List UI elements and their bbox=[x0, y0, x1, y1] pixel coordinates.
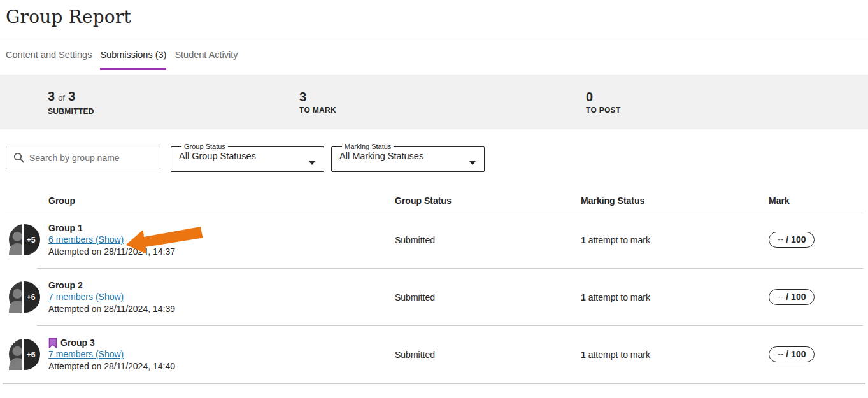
marking-status-cell: 1 attempt to mark bbox=[581, 235, 769, 245]
group-info-cell: Group 2 7 members (Show) Attempted on 28… bbox=[48, 280, 395, 315]
avatar-extra-count: +6 bbox=[27, 293, 36, 302]
group-status-cell: Submitted bbox=[395, 350, 581, 360]
group-avatar: +6 bbox=[5, 339, 48, 370]
filter-bar: Group Status All Group Statuses Marking … bbox=[0, 143, 868, 172]
marking-status-dropdown-label: Marking Status bbox=[342, 143, 394, 150]
search-box[interactable] bbox=[6, 146, 160, 169]
search-icon bbox=[13, 152, 24, 163]
mark-cell: --/ 100 bbox=[769, 232, 863, 248]
marking-status-dropdown[interactable]: Marking Status All Marking Statuses bbox=[331, 143, 485, 172]
marking-status-cell: 1 attempt to mark bbox=[581, 350, 769, 360]
stat-to-mark-value: 3 bbox=[299, 89, 586, 104]
table-bottom-divider bbox=[3, 383, 865, 384]
group-info-cell: Group 1 6 members (Show) Attempted on 28… bbox=[48, 222, 395, 258]
members-show-link[interactable]: 6 members (Show) bbox=[48, 234, 124, 246]
avatar-extra-count: +6 bbox=[27, 350, 36, 359]
mark-cell: --/ 100 bbox=[769, 346, 863, 362]
group-status-dropdown-label: Group Status bbox=[181, 143, 228, 150]
mark-pill[interactable]: --/ 100 bbox=[769, 346, 815, 362]
marking-status-cell: 1 attempt to mark bbox=[581, 292, 769, 302]
attempted-timestamp: Attempted on 28/11/2024, 14:37 bbox=[48, 246, 395, 258]
group-status-cell: Submitted bbox=[395, 292, 581, 302]
column-header-mark: Mark bbox=[769, 195, 863, 206]
stat-to-post: 0 TO POST bbox=[586, 89, 621, 115]
bookmark-icon bbox=[48, 338, 57, 348]
chevron-down-icon bbox=[469, 161, 476, 165]
group-status-dropdown-value: All Group Statuses bbox=[179, 151, 316, 161]
group-avatar-icon: +6 bbox=[9, 281, 40, 313]
group-name: Group 3 bbox=[48, 337, 395, 349]
attempted-timestamp: Attempted on 28/11/2024, 14:39 bbox=[48, 303, 395, 315]
tab-submissions[interactable]: Submissions (3) bbox=[100, 39, 166, 70]
marking-status-dropdown-value: All Marking Statuses bbox=[339, 151, 476, 161]
attempted-timestamp: Attempted on 28/11/2024, 14:40 bbox=[48, 360, 395, 373]
stat-to-mark: 3 TO MARK bbox=[299, 89, 586, 115]
search-input[interactable] bbox=[29, 153, 160, 163]
group-name: Group 1 bbox=[48, 222, 395, 234]
mark-pill[interactable]: --/ 100 bbox=[769, 289, 815, 305]
page-title: Group Report bbox=[0, 0, 868, 28]
stat-submitted-label: SUBMITTED bbox=[48, 107, 299, 116]
table-row: +6 Group 3 7 members (Show) Attempted on… bbox=[5, 326, 863, 383]
members-show-link[interactable]: 7 members (Show) bbox=[48, 348, 124, 360]
stat-to-mark-label: TO MARK bbox=[299, 106, 586, 115]
mark-cell: --/ 100 bbox=[769, 289, 863, 305]
group-info-cell: Group 3 7 members (Show) Attempted on 28… bbox=[48, 337, 395, 373]
column-header-marking-status: Marking Status bbox=[581, 195, 769, 206]
group-avatar-icon: +5 bbox=[9, 224, 40, 255]
table-header-row: Group Group Status Marking Status Mark bbox=[5, 190, 863, 211]
table-row: +5 Group 1 6 members (Show) Attempted on… bbox=[5, 211, 863, 268]
group-status-dropdown[interactable]: Group Status All Group Statuses bbox=[171, 143, 324, 172]
stat-to-post-value: 0 bbox=[586, 89, 621, 104]
mark-pill[interactable]: --/ 100 bbox=[769, 232, 815, 248]
stat-submitted: 3of3 SUBMITTED bbox=[48, 89, 299, 116]
tab-student-activity[interactable]: Student Activity bbox=[174, 39, 238, 70]
column-header-group: Group bbox=[48, 195, 395, 206]
column-header-group-status: Group Status bbox=[395, 195, 581, 206]
submission-stats-bar: 3of3 SUBMITTED 3 TO MARK 0 TO POST bbox=[0, 75, 868, 129]
chevron-down-icon bbox=[309, 161, 315, 165]
avatar-extra-count: +5 bbox=[27, 236, 36, 245]
group-avatar: +6 bbox=[5, 281, 48, 313]
submissions-table: Group Group Status Marking Status Mark bbox=[0, 190, 868, 384]
group-name: Group 2 bbox=[48, 280, 395, 292]
group-avatar-icon: +6 bbox=[9, 339, 40, 370]
stat-to-post-label: TO POST bbox=[586, 106, 621, 115]
tab-bar: Content and Settings Submissions (3) Stu… bbox=[0, 39, 868, 70]
group-avatar: +5 bbox=[5, 224, 48, 255]
group-report-page: Group Report Content and Settings Submis… bbox=[0, 0, 868, 398]
tab-content-and-settings[interactable]: Content and Settings bbox=[6, 39, 92, 70]
table-row: +6 Group 2 7 members (Show) Attempted on… bbox=[5, 269, 863, 325]
group-status-cell: Submitted bbox=[395, 235, 581, 245]
members-show-link[interactable]: 7 members (Show) bbox=[48, 291, 124, 303]
stat-submitted-value: 3of3 bbox=[48, 89, 299, 106]
